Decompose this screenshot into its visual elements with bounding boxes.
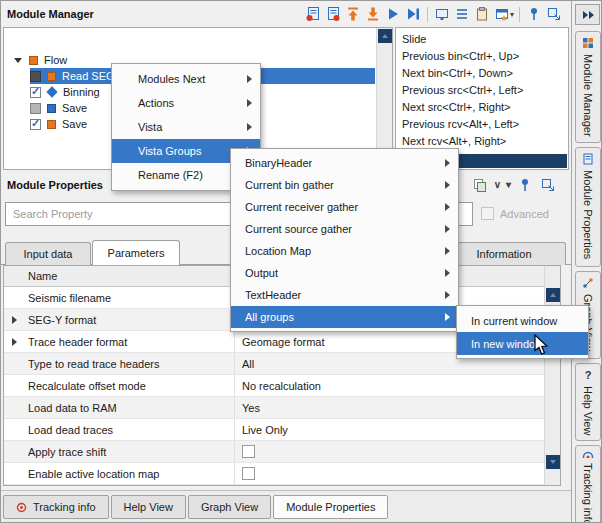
submenu-arrow-icon	[445, 291, 450, 299]
tab-input-data[interactable]: Input data	[5, 242, 91, 265]
tab-information[interactable]: Information	[442, 242, 566, 265]
module-icon	[46, 86, 57, 97]
all-groups-submenu: In current window In new window	[456, 305, 589, 359]
module-icon	[47, 120, 56, 129]
menu-item-vista[interactable]: Vista	[112, 115, 260, 139]
export-flow-icon[interactable]	[364, 5, 382, 23]
collapse-icon[interactable]: ∨	[494, 179, 501, 190]
module-log-icon[interactable]	[324, 5, 342, 23]
module-list-icon[interactable]	[453, 5, 471, 23]
pin-icon[interactable]	[525, 5, 543, 23]
value-checkbox[interactable]	[242, 445, 255, 458]
menu-item-in-new-window[interactable]: In new window	[457, 332, 588, 355]
module-checkbox[interactable]	[30, 71, 41, 82]
new-window-dropdown-icon[interactable]: ▾	[510, 10, 514, 19]
info-line: Next bin<Ctrl+, Down>	[402, 65, 562, 82]
bottom-tab-bar: Tracking info Help View Graph View Modul…	[1, 490, 571, 523]
pin-icon[interactable]	[516, 176, 534, 194]
menu-item-binaryheader[interactable]: BinaryHeader	[231, 152, 458, 174]
menu-item-current-source-gather[interactable]: Current source gather	[231, 218, 458, 240]
flow-log-icon[interactable]	[304, 5, 322, 23]
info-line: Previous bin<Ctrl+, Up>	[402, 48, 562, 65]
tab-tracking-info[interactable]: Tracking info	[3, 495, 109, 519]
menu-item-location-map[interactable]: Location Map	[231, 240, 458, 262]
graph-view-icon	[582, 277, 594, 289]
table-row[interactable]: Load data to RAM Yes	[4, 397, 544, 419]
side-tab-help-view[interactable]: ? Help View	[575, 363, 601, 441]
submenu-arrow-icon	[247, 75, 252, 83]
help-icon: ?	[585, 369, 592, 381]
info-line: Slide	[402, 31, 562, 48]
side-tab-module-manager[interactable]: Module Manager	[575, 31, 601, 143]
side-tab-tracking-info[interactable]: Tracking info	[575, 445, 601, 523]
toolbar-separator	[519, 7, 520, 22]
run-to-module-icon[interactable]	[404, 5, 422, 23]
expand-arrow-icon[interactable]	[12, 316, 17, 324]
advanced-label: Advanced	[500, 208, 549, 220]
tab-graph-view[interactable]: Graph View	[188, 495, 271, 519]
module-checkbox[interactable]	[30, 87, 41, 98]
view-log-icon[interactable]	[433, 5, 451, 23]
table-row[interactable]: Load dead traces Live Only	[4, 419, 544, 441]
menu-item-output[interactable]: Output	[231, 262, 458, 284]
submenu-arrow-icon	[445, 225, 450, 233]
menu-item-all-groups[interactable]: All groups	[231, 306, 458, 328]
info-line: Previous src<Ctrl+, Left>	[402, 82, 562, 99]
tab-parameters[interactable]: Parameters	[92, 240, 180, 265]
menu-item-actions[interactable]: Actions	[112, 91, 260, 115]
module-checkbox[interactable]	[30, 103, 41, 114]
table-row[interactable]: Recalculate offset mode No recalculation	[4, 375, 544, 397]
expand-panels-button[interactable]	[575, 4, 600, 25]
module-manager-title: Module Manager	[7, 8, 94, 20]
scroll-up-button[interactable]	[546, 288, 560, 302]
run-flow-icon[interactable]	[384, 5, 402, 23]
menu-item-modules-next[interactable]: Modules Next	[112, 67, 260, 91]
module-properties-title: Module Properties	[7, 179, 103, 191]
scroll-down-button[interactable]	[546, 455, 560, 469]
name-column-header: Name	[28, 270, 57, 282]
module-icon	[47, 104, 56, 113]
table-scrollbar[interactable]	[544, 266, 560, 485]
menu-item-current-receiver-gather[interactable]: Current receiver gather	[231, 196, 458, 218]
module-manager-toolbar: ▾	[304, 5, 563, 23]
info-line: Next src<Ctrl+, Right>	[402, 99, 562, 116]
menu-item-textheader[interactable]: TextHeader	[231, 284, 458, 306]
double-chevron-icon	[581, 10, 595, 20]
advanced-checkbox[interactable]	[481, 207, 494, 220]
tracking-icon	[582, 451, 594, 458]
submenu-arrow-icon	[247, 99, 252, 107]
module-properties-icon	[582, 153, 594, 165]
copy-properties-icon[interactable]	[471, 176, 489, 194]
menu-item-in-current-window[interactable]: In current window	[457, 309, 588, 332]
tab-module-properties[interactable]: Module Properties	[273, 495, 388, 519]
tracking-icon	[16, 502, 27, 513]
import-flow-icon[interactable]	[344, 5, 362, 23]
menu-item-current-bin-gather[interactable]: Current bin gather	[231, 174, 458, 196]
module-manager-icon	[582, 37, 594, 49]
paste-icon[interactable]	[473, 5, 491, 23]
expand-arrow-icon[interactable]	[12, 338, 17, 346]
side-tab-module-properties[interactable]: Module Properties	[575, 147, 601, 267]
tab-help-view[interactable]: Help View	[111, 495, 186, 519]
value-checkbox[interactable]	[242, 467, 255, 480]
submenu-arrow-icon	[445, 269, 450, 277]
scroll-up-button[interactable]	[378, 29, 392, 43]
submenu-arrow-icon	[445, 313, 450, 321]
submenu-arrow-icon	[445, 181, 450, 189]
table-row[interactable]: Apply trace shift	[4, 441, 544, 463]
submenu-arrow-icon	[445, 247, 450, 255]
toolbar-separator	[427, 7, 428, 22]
advanced-option: Advanced	[481, 207, 549, 220]
float-panel-icon[interactable]	[539, 176, 557, 194]
module-properties-toolbar: ∨ ▾	[471, 176, 557, 194]
menu-dropdown-icon[interactable]: ▾	[506, 179, 511, 190]
collapse-arrow-icon[interactable]	[14, 58, 22, 63]
table-row[interactable]: Enable active location map	[4, 463, 544, 485]
float-panel-icon[interactable]	[545, 5, 563, 23]
new-window-icon[interactable]	[493, 5, 511, 23]
submenu-arrow-icon	[247, 123, 252, 131]
flow-icon	[29, 56, 38, 65]
module-checkbox[interactable]	[30, 119, 41, 130]
side-panel-strip: Module Manager Module Properties Graph V…	[571, 1, 602, 523]
application-window: Module Manager ▾ Flow	[0, 0, 602, 523]
